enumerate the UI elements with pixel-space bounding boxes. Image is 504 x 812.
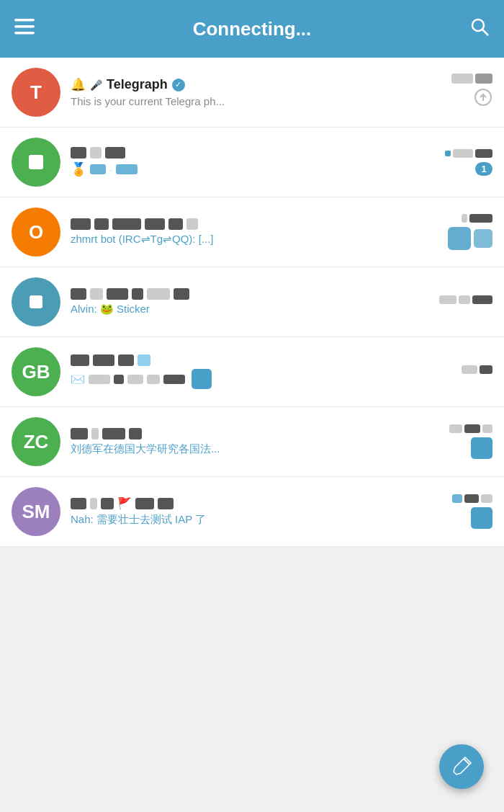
list-item[interactable]: GB ✉️ <box>0 337 504 407</box>
notification-icon: 🔔 <box>71 77 86 92</box>
avatar: O <box>12 208 60 256</box>
chat-info: 🏅 · <box>71 147 436 177</box>
chat-name-row <box>71 354 436 366</box>
svg-point-3 <box>472 19 484 31</box>
chat-name-row <box>71 218 436 230</box>
list-item[interactable]: SM 🚩 Nah: 需要壮士去测试 IAP 了 <box>0 477 504 547</box>
chat-meta <box>442 424 492 459</box>
header: Connecting... <box>0 0 504 58</box>
avatar: ZC <box>12 417 60 466</box>
svg-rect-0 <box>14 19 35 22</box>
chat-preview: This is your current Telegra ph... <box>71 95 436 107</box>
svg-line-7 <box>464 759 469 764</box>
chat-preview: 🏅 · <box>71 161 436 177</box>
chat-name-row: 🔔 🎤 Telegraph ✓ <box>71 77 436 92</box>
chat-info: Alvin: 🐸 Sticker <box>71 288 433 316</box>
chat-meta <box>442 214 492 250</box>
header-title: Connecting... <box>35 18 469 40</box>
chat-meta: 1 <box>442 149 492 176</box>
list-item[interactable]: ZC 刘德军在德国大学研究各国法... <box>0 407 504 477</box>
chat-meta <box>439 295 492 308</box>
avatar: T <box>12 68 60 117</box>
chat-info: 🔔 🎤 Telegraph ✓ This is your current Tel… <box>71 77 436 107</box>
chat-name-row: 🚩 <box>71 496 436 510</box>
chat-list: T 🔔 🎤 Telegraph ✓ This is your current T… <box>0 58 504 547</box>
avatar <box>12 138 60 187</box>
chat-info: 🚩 Nah: 需要壮士去测试 IAP 了 <box>71 496 436 527</box>
chat-preview: zhmrt bot (IRC⇌Tg⇌QQ): [...] <box>71 233 436 246</box>
chat-preview: Alvin: 🐸 Sticker <box>71 303 433 316</box>
chat-meta <box>442 365 492 378</box>
chat-name-row <box>71 147 436 159</box>
svg-line-4 <box>482 30 488 35</box>
chat-meta <box>442 73 492 111</box>
chat-info: ✉️ <box>71 354 436 389</box>
menu-icon[interactable] <box>14 19 35 39</box>
list-item[interactable]: T 🔔 🎤 Telegraph ✓ This is your current T… <box>0 58 504 128</box>
chat-name: Telegraph <box>107 77 168 92</box>
list-item[interactable]: 🏅 · 1 <box>0 128 504 197</box>
chat-name-row <box>71 288 433 300</box>
search-icon[interactable] <box>469 17 490 41</box>
list-item[interactable]: Alvin: 🐸 Sticker <box>0 267 504 337</box>
verified-badge: ✓ <box>172 79 185 92</box>
svg-rect-1 <box>14 25 35 28</box>
chat-meta <box>442 494 492 529</box>
avatar: GB <box>12 347 60 396</box>
send-icon <box>474 88 492 111</box>
avatar <box>12 277 60 326</box>
chat-name-row <box>71 428 436 440</box>
chat-info: 刘德军在德国大学研究各国法... <box>71 428 436 456</box>
list-item[interactable]: O zhmrt bot (IRC⇌Tg⇌QQ): [...] <box>0 197 504 267</box>
compose-fab[interactable] <box>439 744 484 789</box>
mute-icon: 🎤 <box>90 79 102 91</box>
avatar: SM <box>12 487 60 536</box>
chat-info: zhmrt bot (IRC⇌Tg⇌QQ): [...] <box>71 218 436 246</box>
chat-preview: Nah: 需要壮士去测试 IAP 了 <box>71 513 436 527</box>
chat-preview: 刘德军在德国大学研究各国法... <box>71 442 436 456</box>
svg-rect-2 <box>14 32 35 35</box>
chat-badge: 1 <box>475 162 492 176</box>
chat-preview: ✉️ <box>71 369 436 389</box>
